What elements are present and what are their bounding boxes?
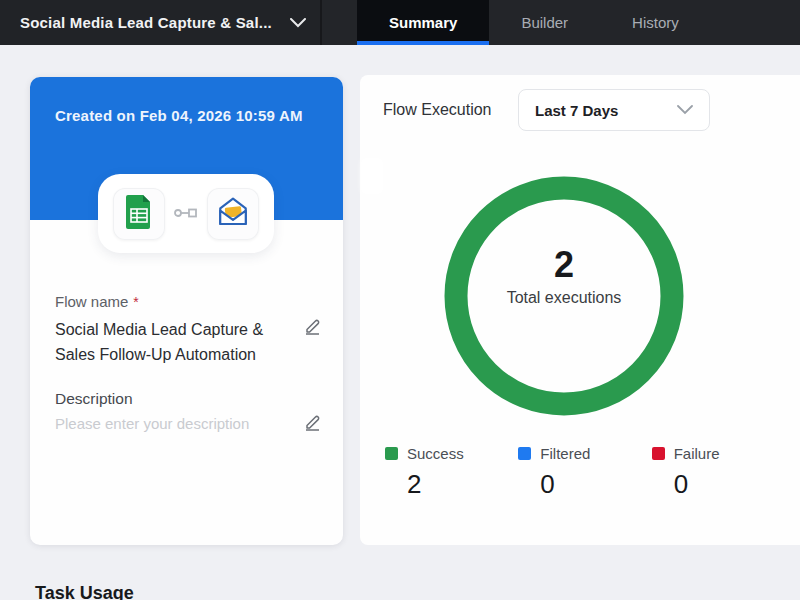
filtered-swatch-icon (518, 447, 531, 460)
chevron-down-icon (290, 14, 306, 32)
total-executions-value: 2 (434, 245, 694, 285)
tab-summary-label: Summary (389, 14, 457, 31)
connected-apps-pill (98, 174, 274, 253)
legend-filtered-label: Filtered (540, 445, 590, 462)
flow-execution-card: Flow Execution Last 7 Days 2 Total execu… (360, 75, 800, 545)
flow-name-label: Flow name* (55, 293, 139, 310)
tab-builder[interactable]: Builder (489, 0, 600, 45)
app-tile-google-sheets[interactable] (113, 188, 165, 240)
created-on-text: Created on Feb 04, 2026 10:59 AM (55, 107, 303, 124)
tab-history-label: History (632, 14, 679, 31)
chart-legend: Success 2 Filtered 0 Failure 0 (385, 445, 785, 500)
required-asterisk: * (133, 294, 138, 310)
donut-center-text: 2 Total executions (434, 245, 694, 307)
link-icon (174, 205, 198, 223)
edit-description-button[interactable] (303, 413, 323, 433)
flow-name-label-text: Flow name (55, 293, 128, 310)
flow-title: Social Media Lead Capture & Sal... (20, 14, 280, 31)
description-placeholder: Please enter your description (55, 415, 295, 432)
panel-handle[interactable] (361, 158, 383, 194)
topbar-divider (320, 0, 322, 45)
legend-item-success: Success 2 (385, 445, 518, 500)
flow-name-value: Social Media Lead Capture & Sales Follow… (55, 317, 307, 367)
date-range-dropdown[interactable]: Last 7 Days (518, 89, 710, 131)
tab-bar: Summary Builder History (357, 0, 711, 45)
legend-failure-label: Failure (674, 445, 720, 462)
legend-failure-value: 0 (674, 469, 785, 500)
legend-success-label: Success (407, 445, 464, 462)
app-tile-zoho-mail[interactable] (207, 188, 259, 240)
flow-execution-title: Flow Execution (383, 101, 492, 119)
tab-history[interactable]: History (600, 0, 711, 45)
legend-item-filtered: Filtered 0 (518, 445, 651, 500)
legend-success-value: 2 (407, 469, 518, 500)
date-range-value: Last 7 Days (535, 102, 677, 119)
edit-icon (303, 418, 322, 435)
flow-summary-card: Created on Feb 04, 2026 10:59 AM (30, 77, 343, 545)
success-swatch-icon (385, 447, 398, 460)
flow-title-dropdown[interactable]: Social Media Lead Capture & Sal... (0, 0, 320, 45)
task-usage-heading: Task Usage (35, 583, 134, 600)
legend-filtered-value: 0 (540, 469, 651, 500)
description-label: Description (55, 390, 133, 408)
tab-builder-label: Builder (521, 14, 568, 31)
edit-icon (303, 322, 322, 339)
google-sheets-icon (125, 194, 153, 234)
failure-swatch-icon (652, 447, 665, 460)
total-executions-label: Total executions (434, 289, 694, 307)
zoho-mail-icon (216, 195, 250, 233)
tab-summary[interactable]: Summary (357, 0, 489, 45)
edit-flow-name-button[interactable] (303, 317, 323, 337)
legend-item-failure: Failure 0 (652, 445, 785, 500)
chevron-down-icon (677, 101, 693, 119)
top-bar: Social Media Lead Capture & Sal... Summa… (0, 0, 800, 45)
